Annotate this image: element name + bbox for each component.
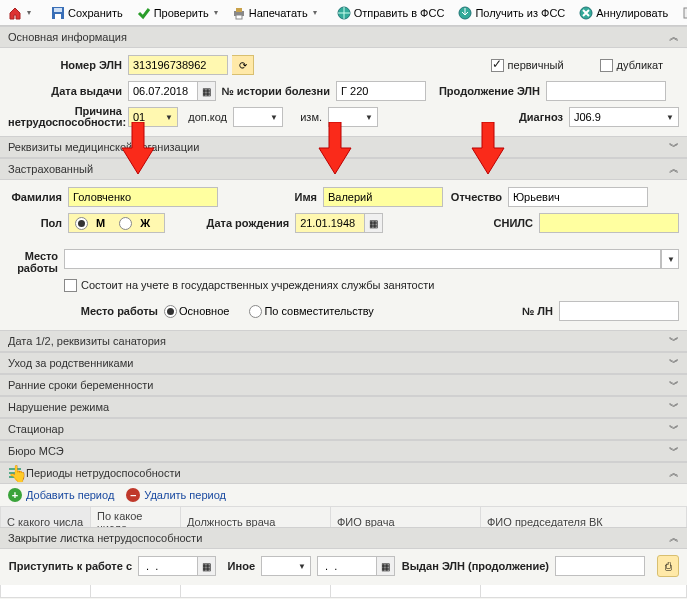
section-viol-header[interactable]: Нарушение режима︾ bbox=[0, 396, 687, 418]
sex-f-radio[interactable] bbox=[119, 217, 132, 230]
hist-input[interactable] bbox=[336, 81, 426, 101]
chevron-down-icon: ︾ bbox=[669, 140, 679, 154]
issue-button[interactable]: Выдать ЭЛН-продолжение▾ bbox=[676, 2, 687, 24]
eln-label: Номер ЭЛН bbox=[8, 59, 128, 71]
section-mse-header[interactable]: Бюро МСЭ︾ bbox=[0, 440, 687, 462]
snils-input[interactable] bbox=[539, 213, 679, 233]
chevron-down-icon: ︾ bbox=[669, 356, 679, 370]
patronymic-input[interactable] bbox=[508, 187, 648, 207]
snils-label: СНИЛС bbox=[479, 217, 539, 229]
firstname-label: Имя bbox=[288, 191, 323, 203]
disk-icon bbox=[51, 6, 65, 20]
section-dates12-header[interactable]: Дата 1/2, реквизиты санатория︾ bbox=[0, 330, 687, 352]
dob-picker-button[interactable]: ▦ bbox=[365, 213, 383, 233]
eln-gen-button[interactable]: ⟳ bbox=[232, 55, 254, 75]
diag-select[interactable]: J06.9▼ bbox=[569, 107, 679, 127]
close-action-button[interactable]: ⎙ bbox=[657, 555, 679, 577]
add-period-button[interactable]: +Добавить период bbox=[8, 488, 114, 502]
close-issued-label: Выдан ЭЛН (продолжение) bbox=[395, 560, 555, 572]
section-insured-body: Фамилия Имя Отчество Пол М Ж Дата рожден… bbox=[0, 180, 687, 242]
workplace-dropdown[interactable]: ▼ bbox=[661, 249, 679, 269]
duplicate-checkbox[interactable] bbox=[600, 59, 613, 72]
ln-input[interactable] bbox=[559, 301, 679, 321]
firstname-input[interactable] bbox=[323, 187, 443, 207]
annul-label: Аннулировать bbox=[596, 7, 668, 19]
employment-center-checkbox[interactable] bbox=[64, 279, 77, 292]
eln-input[interactable] bbox=[128, 55, 228, 75]
cursor-hand-icon: 👆 bbox=[8, 464, 28, 483]
workplace-label: Место работы bbox=[8, 246, 64, 324]
save-button[interactable]: Сохранить bbox=[45, 2, 129, 24]
primary-checkbox[interactable] bbox=[491, 59, 504, 72]
section-hosp-header[interactable]: Стационар︾ bbox=[0, 418, 687, 440]
recv-button[interactable]: Получить из ФСС bbox=[452, 2, 571, 24]
close-issued-input[interactable] bbox=[555, 556, 645, 576]
close-start-picker[interactable]: ▦ bbox=[198, 556, 216, 576]
section-work-body: Место работы ▼ Состоит на учете в госуда… bbox=[0, 242, 687, 330]
main-toolbar: ▾ Сохранить Проверить▾ Напечатать▾ Отпра… bbox=[0, 0, 687, 26]
periods-toolbar: +Добавить период –Удалить период bbox=[0, 484, 687, 506]
check-button[interactable]: Проверить▾ bbox=[131, 2, 224, 24]
addcode-select[interactable]: ▼ bbox=[233, 107, 283, 127]
diag-label: Диагноз bbox=[509, 111, 569, 123]
date-label: Дата выдачи bbox=[8, 85, 128, 97]
plus-icon: + bbox=[8, 488, 22, 502]
reason-label: Причина нетрудоспособности: bbox=[8, 106, 128, 128]
save-label: Сохранить bbox=[68, 7, 123, 19]
section-close-body: Приступить к работе с ▦ Иное ▼ ▦ Выдан Э… bbox=[0, 549, 687, 585]
workplace-input[interactable] bbox=[64, 249, 661, 269]
close-start-input[interactable] bbox=[138, 556, 198, 576]
annul-icon bbox=[579, 6, 593, 20]
globe-recv-icon bbox=[458, 6, 472, 20]
check-icon bbox=[137, 6, 151, 20]
chg-select[interactable]: ▼ bbox=[328, 107, 378, 127]
chevron-down-icon: ︾ bbox=[669, 444, 679, 458]
close-otherdate-input[interactable] bbox=[317, 556, 377, 576]
worktype-main-radio[interactable] bbox=[164, 305, 177, 318]
worktype-main-label: Основное bbox=[179, 305, 229, 317]
chevron-up-icon: ︽ bbox=[669, 466, 679, 480]
date-input[interactable] bbox=[128, 81, 198, 101]
home-button[interactable]: ▾ bbox=[2, 2, 37, 24]
sex-label: Пол bbox=[8, 217, 68, 229]
send-button[interactable]: Отправить в ФСС bbox=[331, 2, 451, 24]
close-start-label: Приступить к работе с bbox=[8, 560, 138, 572]
dob-input[interactable] bbox=[295, 213, 365, 233]
close-other-select[interactable]: ▼ bbox=[261, 556, 311, 576]
section-close-header[interactable]: Закрытие листка нетрудоспособности ︽ bbox=[0, 527, 687, 549]
section-care-header[interactable]: Уход за родственниками︾ bbox=[0, 352, 687, 374]
reason-select[interactable]: 01▼ bbox=[128, 107, 178, 127]
print-icon bbox=[232, 6, 246, 20]
lastname-input[interactable] bbox=[68, 187, 218, 207]
globe-send-icon bbox=[337, 6, 351, 20]
employment-center-label: Состоит на учете в государственных учреж… bbox=[81, 279, 440, 291]
lastname-label: Фамилия bbox=[8, 191, 68, 203]
cont-label: Продолжение ЭЛН bbox=[426, 85, 546, 97]
chg-label: изм. bbox=[283, 111, 328, 123]
hist-label: № истории болезни bbox=[216, 85, 336, 97]
check-label: Проверить bbox=[154, 7, 209, 19]
send-label: Отправить в ФСС bbox=[354, 7, 445, 19]
chevron-down-icon: ︾ bbox=[669, 378, 679, 392]
close-otherdate-picker[interactable]: ▦ bbox=[377, 556, 395, 576]
cont-input[interactable] bbox=[546, 81, 666, 101]
date-picker-button[interactable]: ▦ bbox=[198, 81, 216, 101]
svg-rect-2 bbox=[55, 14, 61, 19]
close-other-label: Иное bbox=[216, 560, 261, 572]
section-periods-header[interactable]: Периоды нетрудоспособности 👆 ︽ bbox=[0, 462, 687, 484]
annul-button[interactable]: Аннулировать bbox=[573, 2, 674, 24]
del-period-button[interactable]: –Удалить период bbox=[126, 488, 226, 502]
sex-m-radio[interactable] bbox=[75, 217, 88, 230]
recv-label: Получить из ФСС bbox=[475, 7, 565, 19]
svg-rect-5 bbox=[236, 15, 242, 19]
section-org-header[interactable]: Реквизиты медицинской организации ︾ bbox=[0, 136, 687, 158]
svg-rect-1 bbox=[54, 8, 62, 12]
addcode-label: доп.код bbox=[178, 111, 233, 123]
worktype-part-radio[interactable] bbox=[249, 305, 262, 318]
section-preg-header[interactable]: Ранние сроки беременности︾ bbox=[0, 374, 687, 396]
section-insured-header[interactable]: Застрахованный ︽ bbox=[0, 158, 687, 180]
section-main-header[interactable]: Основная информация ︽ bbox=[0, 26, 687, 48]
section-main-title: Основная информация bbox=[8, 31, 669, 43]
sex-m-label: М bbox=[96, 217, 105, 229]
print-button[interactable]: Напечатать▾ bbox=[226, 2, 323, 24]
